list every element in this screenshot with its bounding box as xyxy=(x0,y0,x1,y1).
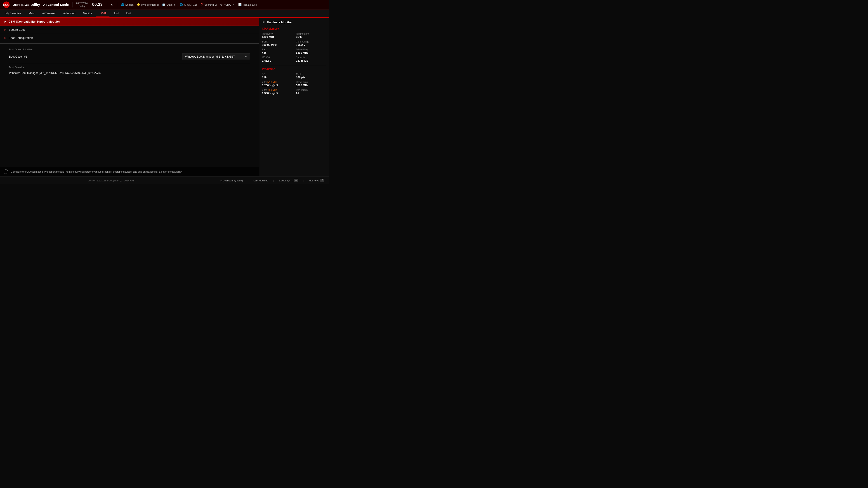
boot-config-menu-item[interactable]: ▶ Boot Configuration xyxy=(0,34,259,42)
dropdown-arrow-icon: ▼ xyxy=(245,56,247,58)
nav-my-favorites[interactable]: My Favorites xyxy=(2,10,25,16)
boot-override-value: Windows Boot Manager (M.2_1: KINGSTON SK… xyxy=(9,71,101,74)
hw-monitor-title-row: 🖥 Hardware Monitor xyxy=(262,20,327,24)
search-label: Search(F9) xyxy=(205,3,217,6)
boot-option-1-value: Windows Boot Manager (M.2_1: KINGST xyxy=(185,55,235,58)
header-tools: 🌐 English ⭐ My Favorite(F3) 💨 Qfan(F6) 🌐… xyxy=(121,3,327,6)
time-display: 00:33 xyxy=(92,2,103,7)
hot-keys-button[interactable]: Hot Keys ? xyxy=(308,178,326,183)
date-display: 09/27/2024 Friday xyxy=(76,2,88,8)
secure-boot-arrow-icon: ▶ xyxy=(4,29,6,31)
language-label: English xyxy=(125,3,133,6)
sp-item: SP 119 xyxy=(262,73,292,79)
header: ROG UEFI BIOS Utility - Advanced Mode 09… xyxy=(0,0,329,9)
nav-boot[interactable]: Boot xyxy=(96,10,110,17)
monitor-icon: 🖥 xyxy=(262,20,265,24)
v-4300-label: V for 4300MHz xyxy=(262,89,292,91)
content-area: ▶ CSM (Compatibility Support Module) ▶ S… xyxy=(0,18,259,176)
capacity-label: Capacity xyxy=(296,56,327,59)
datetime-display: 09/27/2024 Friday xyxy=(76,2,88,8)
nav-tool[interactable]: Tool xyxy=(110,10,122,16)
boot-config-label: Boot Configuration xyxy=(8,36,33,39)
nav-exit[interactable]: Exit xyxy=(123,10,134,16)
ai-oc-label: AI OC(F11) xyxy=(184,3,197,6)
capacity-item: Capacity 32768 MB xyxy=(296,56,327,62)
prediction-grid: SP 119 Cooler 166 pts V for 5205MHz 1.26… xyxy=(262,73,327,95)
hw-divider-1 xyxy=(262,65,327,65)
boot-option-1-dropdown[interactable]: Windows Boot Manager (M.2_1: KINGST ▼ xyxy=(182,54,250,60)
v-4300-value: 0.930 V @L5 xyxy=(262,92,292,95)
temperature-value: 36°C xyxy=(296,35,327,39)
frequency-value: 4300 MHz xyxy=(262,35,292,39)
info-icon: i xyxy=(4,169,8,174)
info-bar: i Configure the CSM(compatibility suppor… xyxy=(0,167,259,176)
star-icon: ⭐ xyxy=(137,3,140,6)
footer-sep-1: | xyxy=(248,179,248,182)
freq-5205-highlight: 5205MHz xyxy=(268,81,277,84)
my-favorite-button[interactable]: ⭐ My Favorite(F3) xyxy=(137,3,159,6)
v-4300-item: V for 4300MHz 0.930 V @L5 xyxy=(262,89,292,95)
freq-4300-highlight: 4300MHz xyxy=(268,89,277,91)
last-modified-button[interactable]: Last Modified xyxy=(252,178,270,183)
settings-button[interactable]: ⚙ xyxy=(111,3,114,6)
mc-volt-label: MC Volt. xyxy=(262,56,292,59)
ratio-value: 43x xyxy=(262,51,292,55)
gear-icon: ⚙ xyxy=(111,3,114,6)
core-voltage-item: Core Voltage 1.332 V xyxy=(296,40,327,46)
ez-mode-label: EzMode(F7) xyxy=(279,179,292,182)
cooler-item: Cooler 166 pts xyxy=(296,73,327,79)
dram-freq-value: 6400 MHz xyxy=(296,51,327,55)
mc-volt-item: MC Volt. 1.412 V xyxy=(262,56,292,62)
ez-mode-button[interactable]: EzMode(F7) ⊣ xyxy=(277,178,300,183)
ai-oc-button[interactable]: 🌐 AI OC(F11) xyxy=(180,3,197,6)
boot-options-section: Boot Option Priorities Boot Option #1 Wi… xyxy=(0,45,259,78)
boot-override-item-1[interactable]: Windows Boot Manager (M.2_1: KINGSTON SK… xyxy=(9,70,250,76)
footer-sep-2: | xyxy=(273,179,274,182)
csm-label: CSM (Compatibility Support Module) xyxy=(8,20,60,23)
nav-advanced[interactable]: Advanced xyxy=(60,10,79,16)
info-text: Configure the CSM(compatibility support … xyxy=(11,170,182,173)
csm-arrow-icon: ▶ xyxy=(4,20,6,23)
heavy-freq-item: Heavy Freq 5205 MHz xyxy=(296,81,327,87)
nav-monitor[interactable]: Monitor xyxy=(79,10,96,16)
q-dashboard-button[interactable]: Q-Dashboard(Insert) xyxy=(219,178,244,183)
ez-mode-key-icon: ⊣ xyxy=(293,179,298,182)
resize-icon: 📊 xyxy=(238,3,242,6)
nav-main[interactable]: Main xyxy=(25,10,38,16)
resize-bar-label: ReSize BAR xyxy=(243,3,256,6)
secure-boot-menu-item[interactable]: ▶ Secure Boot xyxy=(0,26,259,34)
dram-freq-item: DRAM Freq. 6400 MHz xyxy=(296,48,327,55)
qfan-button[interactable]: 💨 Qfan(F6) xyxy=(162,3,176,6)
core-voltage-value: 1.332 V xyxy=(296,43,327,46)
q-dashboard-label: Q-Dashboard(Insert) xyxy=(220,179,243,182)
resize-bar-button[interactable]: 📊 ReSize BAR xyxy=(238,3,256,6)
prediction-section-title: Prediction xyxy=(262,68,327,71)
boot-config-arrow-icon: ▶ xyxy=(4,37,6,39)
search-button[interactable]: ❓ Search(F9) xyxy=(200,3,217,6)
v-5205-label: V for 5205MHz xyxy=(262,81,292,84)
aura-button[interactable]: ⚙ AURA(F4) xyxy=(220,3,235,6)
nav-ai-tweaker[interactable]: Ai Tweaker xyxy=(39,10,59,16)
svg-text:ROG: ROG xyxy=(3,3,9,6)
header-divider-2 xyxy=(107,2,107,7)
v-5205-value: 1.260 V @L5 xyxy=(262,84,292,87)
main-layout: ▶ CSM (Compatibility Support Module) ▶ S… xyxy=(0,18,329,176)
language-button[interactable]: 🌐 English xyxy=(121,3,133,6)
temperature-item: Temperature 36°C xyxy=(296,33,327,39)
dos-thresh-value: 91 xyxy=(296,92,327,95)
footer-version: Version 2.22.1284 Copyright (C) 2024 AMI xyxy=(88,179,134,182)
globe-icon: 🌐 xyxy=(121,3,124,6)
dram-freq-label: DRAM Freq. xyxy=(296,48,327,51)
frequency-item: Frequency 4300 MHz xyxy=(262,33,292,39)
temperature-label: Temperature xyxy=(296,33,327,35)
heavy-freq-value: 5205 MHz xyxy=(296,84,327,87)
app-title: UEFI BIOS Utility - Advanced Mode xyxy=(13,3,69,6)
capacity-value: 32768 MB xyxy=(296,59,327,62)
v-5205-item: V for 5205MHz 1.260 V @L5 xyxy=(262,81,292,87)
heavy-freq-label: Heavy Freq xyxy=(296,81,327,84)
dos-thresh-item: Dos Thresh 91 xyxy=(296,89,327,95)
csm-menu-item[interactable]: ▶ CSM (Compatibility Support Module) xyxy=(0,18,259,26)
boot-override-title: Boot Override xyxy=(9,65,250,70)
sp-label: SP xyxy=(262,73,292,75)
rog-logo-icon: ROG xyxy=(3,1,10,8)
